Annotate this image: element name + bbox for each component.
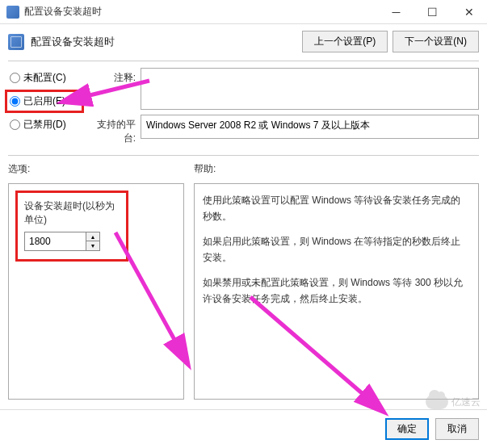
options-header: 选项: [8, 162, 184, 177]
divider [8, 61, 479, 61]
watermark: 亿速云 [426, 395, 481, 409]
comment-input[interactable] [141, 68, 479, 110]
radio-disabled[interactable]: 已禁用(D) [8, 116, 81, 133]
radio-enabled[interactable]: 已启用(E) [8, 93, 81, 110]
main-section: 选项: 设备安装超时(以秒为单位) ▲ ▼ 帮助: 使用此策略设置可以配置 Wi… [0, 157, 487, 400]
policy-title: 配置设备安装超时 [31, 35, 302, 49]
platform-row: 支持的平台: Windows Server 2008 R2 或 Windows … [87, 115, 479, 145]
window-controls: ─ ☐ ✕ [378, 0, 487, 23]
help-paragraph-3: 如果禁用或未配置此策略设置，则 Windows 等待 300 秒以允许设备安装任… [203, 274, 470, 308]
spinner-up-button[interactable]: ▲ [86, 232, 99, 241]
platform-label: 支持的平台: [87, 115, 136, 145]
divider-2 [8, 155, 479, 156]
policy-header: 配置设备安装超时 上一个设置(P) 下一个设置(N) [0, 24, 487, 59]
timeout-option-block: 设备安装超时(以秒为单位) ▲ ▼ [15, 191, 128, 262]
timeout-label: 设备安装超时(以秒为单位) [24, 199, 120, 227]
help-column: 帮助: 使用此策略设置可以配置 Windows 等待设备安装任务完成的秒数。 如… [194, 162, 479, 400]
cancel-button[interactable]: 取消 [435, 418, 479, 440]
help-paragraph-2: 如果启用此策略设置，则 Windows 在等待指定的秒数后终止安装。 [203, 233, 470, 266]
prev-setting-button[interactable]: 上一个设置(P) [302, 31, 388, 52]
policy-icon [8, 34, 24, 50]
radio-not-configured-label: 未配置(C) [23, 71, 66, 85]
options-column: 选项: 设备安装超时(以秒为单位) ▲ ▼ [8, 162, 184, 400]
app-icon [6, 6, 19, 19]
titlebar: 配置设备安装超时 ─ ☐ ✕ [0, 0, 487, 24]
timeout-spinner: ▲ ▼ [24, 232, 100, 251]
spinner-down-button[interactable]: ▼ [86, 241, 99, 250]
comment-label: 注释: [87, 68, 136, 85]
options-body: 设备安装超时(以秒为单位) ▲ ▼ [8, 183, 184, 400]
config-section: 未配置(C) 已启用(E) 已禁用(D) 注释: 支持的平台: Windows … [0, 63, 487, 153]
close-button[interactable]: ✕ [451, 0, 487, 23]
dialog-footer: 确定 取消 [0, 409, 487, 448]
cloud-icon [426, 395, 448, 409]
minimize-button[interactable]: ─ [378, 0, 414, 23]
radio-enabled-input[interactable] [10, 96, 20, 107]
radio-enabled-label: 已启用(E) [23, 94, 65, 108]
help-body: 使用此策略设置可以配置 Windows 等待设备安装任务完成的秒数。 如果启用此… [194, 183, 479, 400]
radio-group: 未配置(C) 已启用(E) 已禁用(D) [8, 68, 81, 145]
timeout-input[interactable] [25, 232, 86, 250]
ok-button[interactable]: 确定 [385, 418, 429, 440]
radio-not-configured-input[interactable] [10, 73, 20, 83]
comment-row: 注释: [87, 68, 479, 110]
window-title: 配置设备安装超时 [24, 5, 378, 19]
radio-disabled-label: 已禁用(D) [23, 118, 66, 132]
next-setting-button[interactable]: 下一个设置(N) [393, 31, 479, 52]
maximize-button[interactable]: ☐ [414, 0, 451, 23]
radio-disabled-input[interactable] [10, 119, 20, 130]
watermark-text: 亿速云 [451, 396, 481, 409]
help-paragraph-1: 使用此策略设置可以配置 Windows 等待设备安装任务完成的秒数。 [203, 192, 470, 225]
radio-not-configured[interactable]: 未配置(C) [8, 69, 81, 86]
help-header: 帮助: [194, 162, 479, 177]
platform-value: Windows Server 2008 R2 或 Windows 7 及以上版本 [141, 115, 479, 139]
fields-column: 注释: 支持的平台: Windows Server 2008 R2 或 Wind… [87, 68, 479, 145]
